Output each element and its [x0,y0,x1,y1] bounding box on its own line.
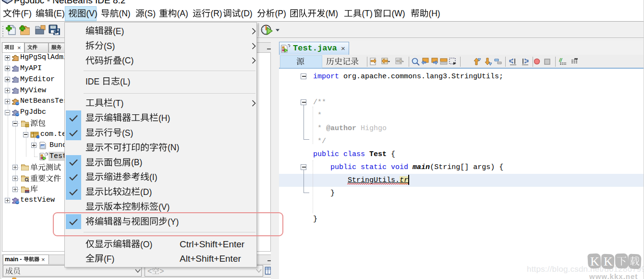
svg-text://: // [559,57,563,63]
